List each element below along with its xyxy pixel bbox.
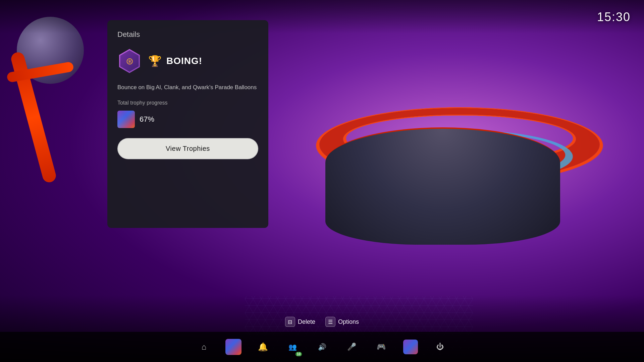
- trophy-title-area: 🏆 BOING!: [148, 55, 202, 67]
- options-icon: ☰: [325, 317, 335, 327]
- delete-action[interactable]: ⊟ Delete: [285, 317, 315, 327]
- nav-item-friends[interactable]: 👥 10: [284, 339, 301, 355]
- bg-top-fade: [0, 0, 644, 34]
- bg-platform: [325, 127, 560, 245]
- bottom-bar: ⌂ 🔔 👥 10 🔊 🎤 🎮 ⏻: [0, 332, 644, 362]
- trophy-cup-icon: 🏆: [148, 55, 162, 67]
- bottom-actions: ⊟ Delete ☰ Options: [285, 317, 359, 327]
- progress-label: Total trophy progress: [117, 100, 258, 106]
- friends-badge: 10: [296, 352, 302, 356]
- clock: 15:30: [597, 10, 631, 24]
- view-trophies-button[interactable]: View Trophies: [117, 138, 258, 159]
- delete-icon: ⊟: [285, 317, 295, 327]
- game-thumbnail: [117, 111, 135, 128]
- progress-percent: 67%: [140, 115, 154, 124]
- trophy-description: Bounce on Big Al, Clank, and Qwark's Par…: [117, 83, 258, 92]
- nav-item-power[interactable]: ⏻: [432, 339, 448, 355]
- details-panel: Details ⊛ 🏆 BOING! Bounce on Big Al, Cla…: [107, 20, 268, 228]
- nav-item-store[interactable]: [402, 339, 419, 355]
- trophy-name: BOING!: [166, 56, 202, 66]
- friends-icon: 👥: [288, 343, 297, 351]
- progress-row: 67%: [117, 111, 258, 128]
- nav-item-home[interactable]: ⌂: [196, 339, 212, 355]
- options-action[interactable]: ☰ Options: [325, 317, 359, 327]
- notifications-icon: 🔔: [258, 342, 268, 352]
- game-icon-hex: ⊛: [117, 49, 142, 73]
- home-icon: ⌂: [202, 342, 207, 352]
- nav-item-sound[interactable]: 🔊: [314, 339, 330, 355]
- store-icon: [403, 340, 418, 354]
- nav-item-game[interactable]: [225, 339, 241, 355]
- game-icon: [225, 339, 241, 355]
- coil-icon: ⊛: [126, 56, 133, 67]
- panel-title: Details: [117, 30, 258, 39]
- controller-icon: 🎮: [377, 343, 386, 351]
- mic-icon: 🎤: [347, 343, 356, 351]
- nav-item-controller[interactable]: 🎮: [373, 339, 389, 355]
- nav-item-mic[interactable]: 🎤: [343, 339, 360, 355]
- delete-label: Delete: [298, 318, 315, 325]
- nav-item-notifications[interactable]: 🔔: [255, 339, 271, 355]
- nav-icons: ⌂ 🔔 👥 10 🔊 🎤 🎮 ⏻: [182, 339, 462, 355]
- trophy-header: ⊛ 🏆 BOING!: [117, 49, 258, 73]
- sound-icon: 🔊: [318, 343, 326, 351]
- power-icon: ⏻: [436, 343, 444, 351]
- options-label: Options: [338, 318, 359, 325]
